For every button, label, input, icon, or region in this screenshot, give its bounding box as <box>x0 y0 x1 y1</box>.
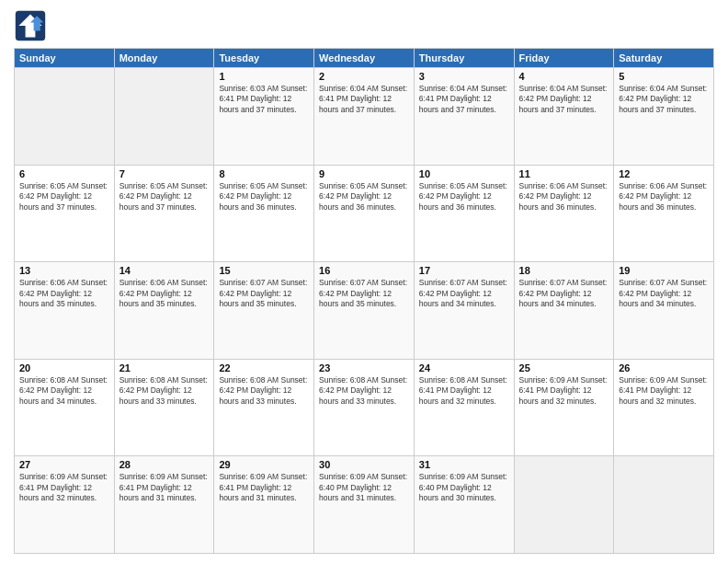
cell-info: Sunrise: 6:06 AM Sunset: 6:42 PM Dayligh… <box>519 181 609 213</box>
day-number: 9 <box>319 168 409 179</box>
day-number: 27 <box>19 459 109 470</box>
day-number: 3 <box>419 71 509 82</box>
cell-info: Sunrise: 6:07 AM Sunset: 6:42 PM Dayligh… <box>419 278 509 309</box>
day-number: 24 <box>419 362 509 373</box>
cell-1-0: 6Sunrise: 6:05 AM Sunset: 6:42 PM Daylig… <box>15 165 115 262</box>
cell-2-5: 18Sunrise: 6:07 AM Sunset: 6:42 PM Dayli… <box>514 262 614 360</box>
cell-0-3: 2Sunrise: 6:04 AM Sunset: 6:41 PM Daylig… <box>314 68 415 166</box>
col-header-tuesday: Tuesday <box>214 49 314 68</box>
cell-1-3: 9Sunrise: 6:05 AM Sunset: 6:42 PM Daylig… <box>314 165 415 262</box>
cell-info: Sunrise: 6:05 AM Sunset: 6:42 PM Dayligh… <box>19 181 109 213</box>
cell-3-5: 25Sunrise: 6:09 AM Sunset: 6:41 PM Dayli… <box>514 359 614 456</box>
cell-info: Sunrise: 6:08 AM Sunset: 6:42 PM Dayligh… <box>319 375 409 407</box>
cell-3-4: 24Sunrise: 6:08 AM Sunset: 6:41 PM Dayli… <box>414 359 514 456</box>
day-number: 17 <box>419 265 509 276</box>
cell-3-3: 23Sunrise: 6:08 AM Sunset: 6:42 PM Dayli… <box>314 359 415 456</box>
cell-4-4: 31Sunrise: 6:09 AM Sunset: 6:40 PM Dayli… <box>414 456 514 554</box>
day-number: 19 <box>619 265 709 276</box>
col-header-monday: Monday <box>114 49 214 68</box>
cell-4-2: 29Sunrise: 6:09 AM Sunset: 6:41 PM Dayli… <box>214 456 314 554</box>
day-number: 1 <box>219 71 309 82</box>
day-number: 21 <box>119 362 210 373</box>
cell-info: Sunrise: 6:08 AM Sunset: 6:41 PM Dayligh… <box>419 375 509 407</box>
day-number: 13 <box>19 265 109 276</box>
page: SundayMondayTuesdayWednesdayThursdayFrid… <box>0 0 728 563</box>
cell-info: Sunrise: 6:09 AM Sunset: 6:40 PM Dayligh… <box>319 472 409 503</box>
cell-0-1 <box>114 68 214 166</box>
cell-info: Sunrise: 6:05 AM Sunset: 6:42 PM Dayligh… <box>119 181 210 213</box>
day-number: 25 <box>519 362 609 373</box>
cell-4-5 <box>514 456 614 554</box>
cell-info: Sunrise: 6:04 AM Sunset: 6:42 PM Dayligh… <box>519 84 609 115</box>
cell-info: Sunrise: 6:05 AM Sunset: 6:42 PM Dayligh… <box>319 181 409 213</box>
cell-4-0: 27Sunrise: 6:09 AM Sunset: 6:41 PM Dayli… <box>15 456 115 554</box>
cell-info: Sunrise: 6:03 AM Sunset: 6:41 PM Dayligh… <box>219 84 309 115</box>
week-row-1: 6Sunrise: 6:05 AM Sunset: 6:42 PM Daylig… <box>15 165 714 262</box>
cell-info: Sunrise: 6:09 AM Sunset: 6:41 PM Dayligh… <box>219 472 309 503</box>
header <box>14 9 714 42</box>
day-number: 6 <box>19 168 109 179</box>
day-number: 10 <box>419 168 509 179</box>
day-number: 31 <box>419 459 509 470</box>
day-number: 2 <box>319 71 409 82</box>
cell-info: Sunrise: 6:08 AM Sunset: 6:42 PM Dayligh… <box>19 375 109 407</box>
calendar-table: SundayMondayTuesdayWednesdayThursdayFrid… <box>14 48 714 554</box>
cell-2-0: 13Sunrise: 6:06 AM Sunset: 6:42 PM Dayli… <box>15 262 115 360</box>
day-number: 5 <box>619 71 709 82</box>
cell-info: Sunrise: 6:09 AM Sunset: 6:41 PM Dayligh… <box>619 375 709 407</box>
cell-info: Sunrise: 6:06 AM Sunset: 6:42 PM Dayligh… <box>19 278 109 309</box>
cell-info: Sunrise: 6:07 AM Sunset: 6:42 PM Dayligh… <box>519 278 609 309</box>
cell-info: Sunrise: 6:09 AM Sunset: 6:41 PM Dayligh… <box>519 375 609 407</box>
cell-info: Sunrise: 6:04 AM Sunset: 6:41 PM Dayligh… <box>419 84 509 115</box>
cell-3-1: 21Sunrise: 6:08 AM Sunset: 6:42 PM Dayli… <box>114 359 214 456</box>
cell-info: Sunrise: 6:05 AM Sunset: 6:42 PM Dayligh… <box>219 181 309 213</box>
day-number: 20 <box>19 362 109 373</box>
header-row: SundayMondayTuesdayWednesdayThursdayFrid… <box>15 49 714 68</box>
cell-4-3: 30Sunrise: 6:09 AM Sunset: 6:40 PM Dayli… <box>314 456 415 554</box>
cell-info: Sunrise: 6:06 AM Sunset: 6:42 PM Dayligh… <box>619 181 709 213</box>
day-number: 23 <box>319 362 409 373</box>
cell-info: Sunrise: 6:07 AM Sunset: 6:42 PM Dayligh… <box>319 278 409 309</box>
cell-1-5: 11Sunrise: 6:06 AM Sunset: 6:42 PM Dayli… <box>514 165 614 262</box>
cell-info: Sunrise: 6:07 AM Sunset: 6:42 PM Dayligh… <box>619 278 709 309</box>
logo-icon <box>14 9 47 42</box>
day-number: 29 <box>219 459 309 470</box>
day-number: 11 <box>519 168 609 179</box>
day-number: 15 <box>219 265 309 276</box>
col-header-friday: Friday <box>514 49 614 68</box>
cell-0-5: 4Sunrise: 6:04 AM Sunset: 6:42 PM Daylig… <box>514 68 614 166</box>
day-number: 8 <box>219 168 309 179</box>
cell-info: Sunrise: 6:08 AM Sunset: 6:42 PM Dayligh… <box>219 375 309 407</box>
cell-1-4: 10Sunrise: 6:05 AM Sunset: 6:42 PM Dayli… <box>414 165 514 262</box>
cell-1-6: 12Sunrise: 6:06 AM Sunset: 6:42 PM Dayli… <box>614 165 714 262</box>
week-row-3: 20Sunrise: 6:08 AM Sunset: 6:42 PM Dayli… <box>15 359 714 456</box>
logo <box>14 9 51 42</box>
cell-info: Sunrise: 6:09 AM Sunset: 6:41 PM Dayligh… <box>19 472 109 503</box>
cell-0-0 <box>15 68 115 166</box>
col-header-sunday: Sunday <box>15 49 115 68</box>
cell-info: Sunrise: 6:09 AM Sunset: 6:41 PM Dayligh… <box>119 472 210 503</box>
cell-2-3: 16Sunrise: 6:07 AM Sunset: 6:42 PM Dayli… <box>314 262 415 360</box>
week-row-4: 27Sunrise: 6:09 AM Sunset: 6:41 PM Dayli… <box>15 456 714 554</box>
col-header-thursday: Thursday <box>414 49 514 68</box>
cell-4-6 <box>614 456 714 554</box>
cell-info: Sunrise: 6:07 AM Sunset: 6:42 PM Dayligh… <box>219 278 309 309</box>
cell-info: Sunrise: 6:06 AM Sunset: 6:42 PM Dayligh… <box>119 278 210 309</box>
cell-3-2: 22Sunrise: 6:08 AM Sunset: 6:42 PM Dayli… <box>214 359 314 456</box>
day-number: 7 <box>119 168 210 179</box>
day-number: 14 <box>119 265 210 276</box>
cell-2-4: 17Sunrise: 6:07 AM Sunset: 6:42 PM Dayli… <box>414 262 514 360</box>
day-number: 12 <box>619 168 709 179</box>
cell-0-2: 1Sunrise: 6:03 AM Sunset: 6:41 PM Daylig… <box>214 68 314 166</box>
day-number: 22 <box>219 362 309 373</box>
cell-2-1: 14Sunrise: 6:06 AM Sunset: 6:42 PM Dayli… <box>114 262 214 360</box>
cell-1-2: 8Sunrise: 6:05 AM Sunset: 6:42 PM Daylig… <box>214 165 314 262</box>
day-number: 16 <box>319 265 409 276</box>
cell-3-0: 20Sunrise: 6:08 AM Sunset: 6:42 PM Dayli… <box>15 359 115 456</box>
col-header-wednesday: Wednesday <box>314 49 415 68</box>
day-number: 30 <box>319 459 409 470</box>
cell-info: Sunrise: 6:04 AM Sunset: 6:42 PM Dayligh… <box>619 84 709 115</box>
cell-4-1: 28Sunrise: 6:09 AM Sunset: 6:41 PM Dayli… <box>114 456 214 554</box>
cell-2-6: 19Sunrise: 6:07 AM Sunset: 6:42 PM Dayli… <box>614 262 714 360</box>
col-header-saturday: Saturday <box>614 49 714 68</box>
